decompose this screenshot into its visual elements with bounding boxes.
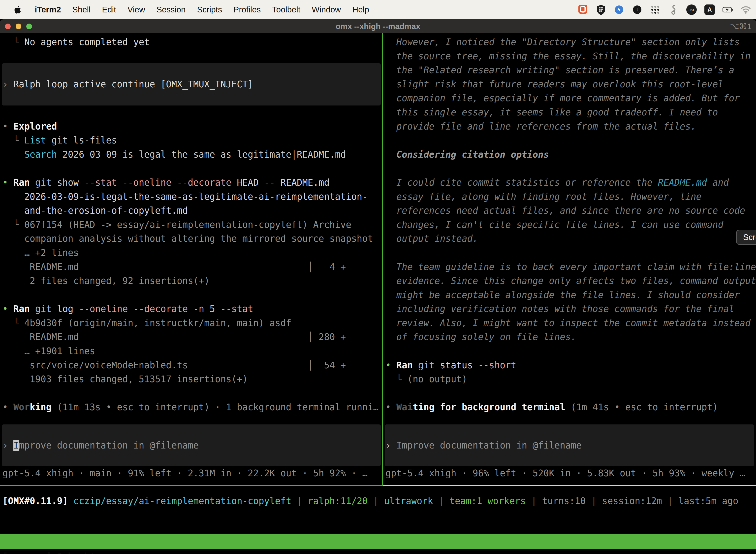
terminal-line [383, 162, 756, 176]
hook-squiggle-icon[interactable] [668, 4, 679, 15]
wifi-icon[interactable] [741, 4, 751, 15]
terminal-line [0, 106, 382, 120]
terminal-line: README.md │ 280 + [0, 330, 382, 344]
terminal-line: 1903 files changed, 513517 insertions(+) [0, 372, 382, 386]
terminal-line: Search 2026-03-09-is-legal-the-same-as-l… [0, 148, 382, 162]
ran-git-log-line: • Ran git log --oneline --decorate -n 5 … [0, 302, 382, 316]
terminal-line [383, 246, 756, 260]
ran-git-show-line: • Ran git show --stat --oneline --decora… [0, 176, 382, 190]
menu-item-window[interactable]: Window [312, 5, 341, 14]
battery-icon[interactable] [722, 4, 733, 15]
camera-count-badge[interactable]: ..61 [686, 4, 697, 15]
terminal-line: 2026-03-09-is-legal-the-same-as-legitima… [0, 190, 382, 204]
reasoning-line: this single essay, it seems like a good … [383, 106, 756, 120]
terminal-line: └ 4b9d30f (origin/main, instructkr/main,… [0, 316, 382, 330]
terminal-line [0, 162, 382, 176]
reasoning-line: provide file and line references from th… [383, 120, 756, 134]
window-title-bar: omx --xhigh --madmax ⌥⌘1 [0, 19, 756, 33]
reasoning-line: review. Also, I might want to inspect th… [383, 316, 756, 330]
dots-grid-icon[interactable] [650, 4, 660, 15]
terminal-line: … +2 lines [0, 246, 382, 260]
reasoning-line: evidence. Since this change only affects… [383, 274, 756, 288]
reasoning-line: might be acceptable alongside the file l… [383, 288, 756, 302]
terminal-line: companion analysis without altering the … [0, 232, 382, 246]
reasoning-line: essay file, along with finding root file… [383, 190, 756, 204]
menu-item-toolbelt[interactable]: Toolbelt [272, 5, 300, 14]
waiting-spinner-line: • Waiting for background terminal (1m 41… [383, 400, 756, 414]
screen-overlay-label: Scre [743, 233, 756, 242]
right-session-status: gpt-5.4 xhigh · 96% left · 520K in · 5.8… [385, 466, 745, 481]
reasoning-line: the source tree, missing the essay. Stil… [383, 49, 756, 63]
terminal-line: … +1901 lines [0, 344, 382, 358]
apple-icon[interactable] [13, 4, 23, 15]
left-prompt-input[interactable]: › Improve documentation in @filename [2, 439, 199, 453]
terminal-line [383, 133, 756, 148]
terminal-line: 2 files changed, 92 insertions(+) [0, 274, 382, 288]
reasoning-line: slight risk that future readers may over… [383, 77, 756, 92]
reasoning-line: companion file, especially if more comme… [383, 91, 756, 106]
ran-git-status-line: • Ran git status --short [383, 358, 756, 373]
blue-badge-icon[interactable] [614, 4, 624, 15]
tmux-status-bar: [omx-cczip0:bash* "MacBook-Pro-44.local"… [0, 534, 756, 549]
menu-item-edit[interactable]: Edit [102, 5, 116, 14]
menu-item-app[interactable]: iTerm2 [35, 5, 61, 14]
terminal-line [0, 91, 382, 106]
reasoning-line: including verification notes with those … [383, 302, 756, 316]
reasoning-line: the "Related research writing" section i… [383, 63, 756, 77]
menu-item-shell[interactable]: Shell [72, 5, 90, 14]
terminal-line [383, 344, 756, 358]
reasoning-line: However, I noticed the "Directory Struct… [383, 35, 756, 49]
chat-app-icon[interactable] [578, 4, 588, 15]
terminal-line [0, 63, 382, 77]
menu-item-session[interactable]: Session [156, 5, 186, 14]
terminal-line: src/voice/voiceModeEnabled.ts │ 54 + [0, 358, 382, 373]
left-terminal-pane[interactable]: └ No agents completed yet › Ralph loop a… [0, 33, 382, 414]
menu-status-icons: ..61 A [578, 4, 756, 15]
menu-bar: iTerm2 Shell Edit View Session Scripts P… [0, 0, 756, 19]
window-title: omx --xhigh --madmax [0, 22, 756, 31]
terminal-line [0, 288, 382, 302]
terminal-line [0, 386, 382, 401]
right-pane-bottom-border [383, 485, 756, 486]
reasoning-line: The team guideline is to back every impo… [383, 260, 756, 274]
terminal-line [383, 386, 756, 401]
window-shortcut-badge: ⌥⌘1 [730, 21, 752, 31]
terminal-line: └ No agents completed yet [0, 35, 382, 49]
terminal-line: README.md │ 4 + [0, 260, 382, 274]
reasoning-line: references need actual files, and since … [383, 204, 756, 218]
right-terminal-pane[interactable]: However, I noticed the "Directory Struct… [383, 33, 756, 414]
reasoning-line: changes, I can't cite specific file line… [383, 218, 756, 232]
terminal-line: and-the-erosion-of-copyleft.md [0, 204, 382, 218]
reasoning-heading: Considering citation options [383, 148, 756, 162]
omx-status-bar: [OMX#0.11.9] cczip/essay/ai-reimplementa… [2, 494, 738, 508]
menu-item-scripts[interactable]: Scripts [197, 5, 222, 14]
working-spinner-line: • Working (11m 13s • esc to interrupt) ·… [0, 400, 382, 414]
left-session-status: gpt-5.4 xhigh · main · 91% left · 2.31M … [2, 466, 368, 481]
reasoning-line: of focusing solely on file lines. [383, 330, 756, 344]
shield-grid-icon[interactable] [596, 4, 606, 15]
terminal-line: └ (no output) [383, 372, 756, 386]
terminal-line: └ List git ls-files [0, 133, 382, 148]
ralph-loop-status-line: › Ralph loop active continue [OMX_TMUX_I… [0, 77, 382, 92]
pane-divider[interactable] [382, 33, 383, 485]
explored-header-line: • Explored [0, 120, 382, 134]
left-pane-bottom-border [0, 485, 383, 486]
menu-item-view[interactable]: View [127, 5, 145, 14]
menu-items: iTerm2 Shell Edit View Session Scripts P… [0, 4, 369, 15]
screen-overlay-chip[interactable]: Scre [736, 230, 756, 245]
menu-item-profiles[interactable]: Profiles [233, 5, 261, 14]
reasoning-line: I could cite commit statistics or refere… [383, 176, 756, 190]
screen: iTerm2 Shell Edit View Session Scripts P… [0, 0, 756, 554]
input-source-badge[interactable]: A [704, 4, 715, 15]
reasoning-line: output instead. [383, 232, 756, 246]
menu-item-help[interactable]: Help [352, 5, 369, 14]
terminal-line: └ 067f154 (HEAD -> essay/ai-reimplementa… [0, 218, 382, 232]
dark-disc-icon[interactable] [632, 4, 642, 15]
terminal-line [0, 49, 382, 63]
tmux-session-label[interactable]: [omx-cczip0:bash* [2, 549, 95, 554]
right-prompt-input[interactable]: › Improve documentation in @filename [385, 439, 582, 453]
